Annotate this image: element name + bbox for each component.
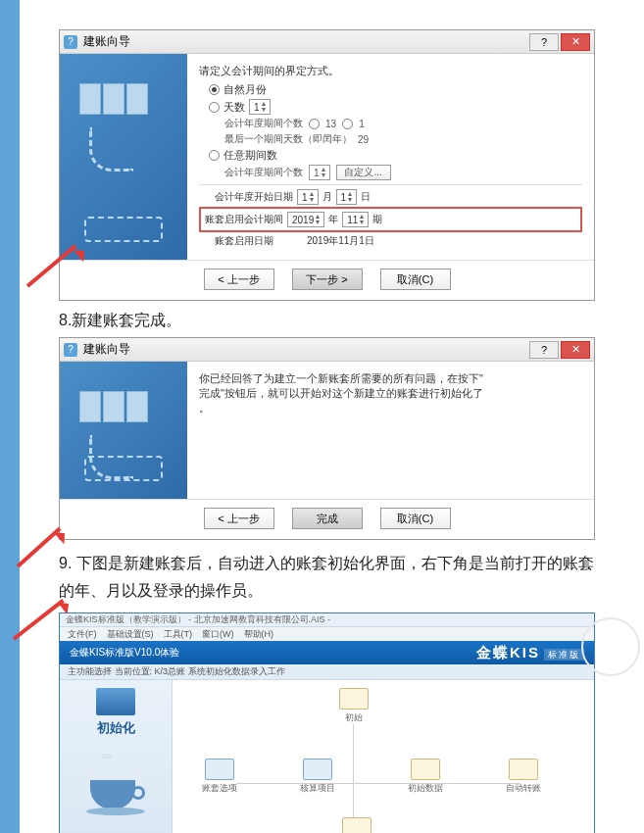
sidebar-title: 初始化 [66,719,166,737]
annotation-arrow-icon [13,599,65,641]
node-initdata[interactable]: 初始数据 [408,759,443,795]
label-days: 天数 [223,100,245,115]
wizard-button-bar: < 上一步 完成 取消(C) [60,499,594,539]
menu-basic[interactable]: 基础设置(S) [107,628,154,641]
last-days-value: 29 [358,134,369,145]
wizard-question: 请定义会计期间的界定方式。 [199,64,582,78]
brand-logo: 金蝶KIS标准版 [476,644,584,662]
app-canvas: 初始 账套选项 核算项目 初始数据 自动转账 会计科目 [173,680,594,833]
prev-button[interactable]: < 上一步 [204,269,274,290]
close-window-button[interactable]: ✕ [561,33,590,51]
app-toolbar: 主功能选择 当前位置: K/3总账 系统初始化数据录入工作 [60,664,594,680]
watermark-circle [581,617,640,676]
app-menubar: 文件(F) 基础设置(S) 工具(T) 窗口(W) 帮助(H) [60,627,594,641]
close-window-button[interactable]: ✕ [561,341,590,359]
help-window-button[interactable]: ? [529,33,559,51]
next-button[interactable]: 下一步 > [292,269,363,290]
help-window-button[interactable]: ? [529,341,559,359]
enable-period-spinner[interactable]: 11▴▾ [342,212,369,227]
highlight-box: 账套启用会计期间 2019▴▾年 11▴▾期 [199,207,582,232]
app-icon: ? [64,35,77,49]
wizard-button-bar: < 上一步 下一步 > 取消(C) [60,260,594,300]
radio-free-count[interactable] [209,150,220,161]
label-free-period-count: 会计年度期间个数 [224,166,303,179]
coffee-cup-icon: ≈≈ [86,757,145,815]
menu-tools[interactable]: 工具(T) [164,628,193,641]
app-icon: ? [64,343,77,357]
node-subjects[interactable]: 会计科目 [339,817,374,833]
fy-month-spinner[interactable]: 1▴▾ [297,189,319,205]
finish-text-1: 你已经回答了为建立一个新账套所需要的所有问题，在按下" [199,371,582,386]
radio-natural-month[interactable] [209,84,220,95]
node-options[interactable]: 账套选项 [202,759,237,795]
finish-text-3: 。 [199,401,582,416]
document-page: ? 建账向导 ? ✕ 请定义会计期间的界定方式。 自然月份 天数 1▴▾ 会计年… [0,0,644,833]
node-init[interactable]: 初始 [339,688,369,724]
step-8-caption: 8.新建账套完成。 [59,311,595,331]
radio-days[interactable] [209,102,220,113]
cancel-button[interactable]: 取消(C) [380,508,451,529]
window-title: 建账向导 [83,33,130,50]
step-9-caption: 9. 下图是新建账套后，自动进入的账套初始化界面，右下角是当前打开的账套的年、月… [59,550,595,605]
label-enable-period: 账套启用会计期间 [205,213,283,226]
finish-text-2: 完成"按钮后，就可以开始对这个新建立的账套进行初始化了 [199,386,582,401]
prev-button[interactable]: < 上一步 [204,508,274,529]
radio-1-alt[interactable] [342,119,353,129]
days-spinner[interactable]: 1▴▾ [249,99,271,115]
kis-app-window: 金蝶KIS标准版（教学演示版） - 北京加速网教育科技有限公司.AIS - 文件… [59,612,595,833]
titlebar: ? 建账向导 ? ✕ [60,30,594,54]
label-last-days: 最后一个期间天数（即闰年） [224,132,352,146]
menu-window[interactable]: 窗口(W) [202,628,234,641]
label-natural-month: 自然月份 [223,82,267,97]
wizard-dialog-2: ? 建账向导 ? ✕ 你已经回答了为建立一个新账套所需要的所有问题，在按下" 完… [59,337,595,540]
app-titlebar-outer: 金蝶KIS标准版（教学演示版） - 北京加速网教育科技有限公司.AIS - [60,613,594,627]
app-banner: 金蝶KIS标准版V10.0体验 金蝶KIS标准版 [60,641,594,664]
custom-button[interactable]: 自定义... [336,165,391,180]
label-fy-start: 会计年度开始日期 [215,190,293,204]
free-count-spinner[interactable]: 1▴▾ [309,165,330,180]
cancel-button[interactable]: 取消(C) [380,269,451,290]
wizard-dialog-1: ? 建账向导 ? ✕ 请定义会计期间的界定方式。 自然月份 天数 1▴▾ 会计年… [59,29,595,301]
finish-button[interactable]: 完成 [292,508,363,529]
enable-year-spinner[interactable]: 2019▴▾ [287,212,324,227]
wizard-sidebar-graphic [60,362,187,499]
node-kernel[interactable]: 核算项目 [300,759,335,795]
menu-file[interactable]: 文件(F) [68,628,97,641]
wizard-sidebar-graphic [60,54,187,260]
enable-date-value: 2019年11月1日 [307,234,374,248]
label-free-count: 任意期间数 [223,148,277,163]
window-title: 建账向导 [83,341,130,358]
label-enable-date: 账套启用日期 [215,234,273,248]
menu-help[interactable]: 帮助(H) [244,628,274,641]
fy-day-spinner[interactable]: 1▴▾ [336,189,358,205]
app-sidebar: 初始化 ≈≈ [60,680,173,833]
node-autotrans[interactable]: 自动转账 [506,759,541,795]
titlebar: ? 建账向导 ? ✕ [60,338,594,362]
label-period-count: 会计年度期间个数 [224,117,303,130]
banner-left-text: 金蝶KIS标准版V10.0体验 [70,646,179,660]
radio-13[interactable] [309,119,320,129]
sidebar-books-icon [96,688,135,715]
